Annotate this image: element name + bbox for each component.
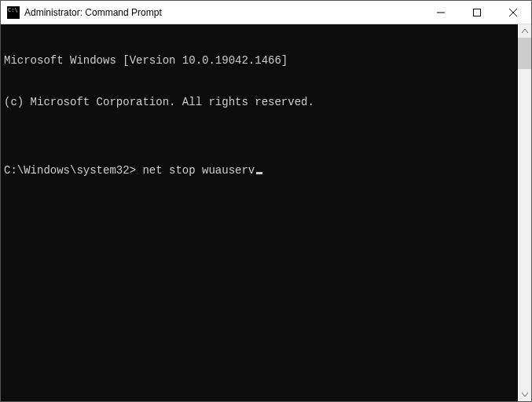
titlebar[interactable]: Administrator: Command Prompt [1,1,531,24]
terminal-area: Microsoft Windows [Version 10.0.19042.14… [1,24,531,401]
minimize-button[interactable] [423,1,459,24]
window-controls [423,1,531,24]
maximize-button[interactable] [459,1,495,24]
minimize-icon [437,9,445,16]
cmd-icon [7,6,20,19]
vertical-scrollbar[interactable] [518,24,531,401]
scroll-up-button[interactable] [518,24,531,38]
terminal[interactable]: Microsoft Windows [Version 10.0.19042.14… [1,24,518,401]
scroll-track[interactable] [518,38,531,388]
scroll-thumb[interactable] [518,38,531,69]
command-prompt-window: Administrator: Command Prompt Mi [0,0,532,402]
maximize-icon [473,9,481,16]
cursor [256,172,262,174]
window-title: Administrator: Command Prompt [24,7,423,18]
close-icon [509,9,517,16]
scroll-down-button[interactable] [518,388,531,401]
copyright-line: (c) Microsoft Corporation. All rights re… [4,96,515,110]
prompt-text: C:\Windows\system32> [4,164,136,177]
prompt-line: C:\Windows\system32> net stop wuauserv [4,164,515,178]
command-text: net stop wuauserv [142,164,255,177]
chevron-down-icon [522,393,528,397]
chevron-up-icon [522,29,528,33]
svg-rect-1 [474,9,481,16]
close-button[interactable] [495,1,531,24]
version-line: Microsoft Windows [Version 10.0.19042.14… [4,54,515,68]
